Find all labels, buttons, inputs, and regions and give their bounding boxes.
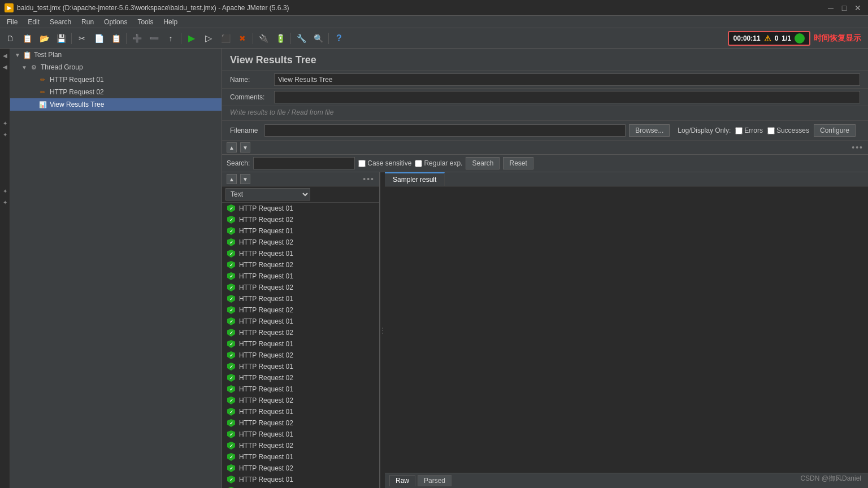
request-item[interactable]: ✓HTTP Request 01 (222, 203, 379, 214)
toolbar-remote-start-button[interactable]: 🔌 (255, 30, 271, 46)
request-item[interactable]: ✓HTTP Request 02 (222, 440, 379, 451)
request-item[interactable]: ✓HTTP Request 02 (222, 237, 379, 248)
request-item[interactable]: ✓HTTP Request 01 (222, 384, 379, 395)
reset-button[interactable]: Reset (503, 157, 533, 169)
toolbar-stop-button[interactable]: ⬛ (218, 30, 233, 46)
request-item[interactable]: ✓HTTP Request 02 (222, 485, 379, 488)
menu-file[interactable]: File (2, 17, 22, 27)
request-item[interactable]: ✓HTTP Request 02 (222, 214, 379, 225)
results-arrow2-up[interactable]: ▲ (227, 174, 237, 184)
name-input[interactable] (274, 73, 860, 86)
left-icon-1[interactable]: ◀ (1, 51, 10, 60)
errors-checkbox[interactable] (735, 127, 743, 134)
menu-tools[interactable]: Tools (133, 17, 158, 27)
request-item[interactable]: ✓HTTP Request 01 (222, 406, 379, 417)
request-item[interactable]: ✓HTTP Request 01 (222, 316, 379, 327)
search-button[interactable]: Search (466, 157, 500, 169)
successes-checkbox-label[interactable]: Successes (767, 127, 809, 134)
minimize-button[interactable]: ─ (825, 3, 836, 13)
results-options-2[interactable]: ••• (363, 175, 375, 184)
title-bar-title: baidu_test.jmx (D:\apache-jmeter-5.6.3\w… (17, 4, 289, 12)
sidebar-item-httpreq02[interactable]: ▼ ✏ HTTP Request 02 (10, 86, 222, 98)
sidebar-item-viewresults[interactable]: ▼ 📊 View Results Tree (10, 98, 222, 111)
request-item[interactable]: ✓HTTP Request 02 (222, 372, 379, 384)
toolbar-search-button[interactable]: 🔍 (310, 30, 326, 46)
text-format-dropdown[interactable]: Text RegExp Tester CSS Selector XPath Te… (225, 188, 310, 201)
request-item[interactable]: ✓HTTP Request 01 (222, 225, 379, 237)
request-item[interactable]: ✓HTTP Request 02 (222, 395, 379, 406)
request-item[interactable]: ✓HTTP Request 01 (222, 271, 379, 282)
sampler-result-tab[interactable]: Sampler result (385, 172, 445, 186)
left-icon-6[interactable]: ✦ (1, 198, 10, 207)
menu-options[interactable]: Options (99, 17, 132, 27)
toolbar-add-button[interactable]: ➕ (129, 30, 145, 46)
toolbar-paste-button[interactable]: 📋 (108, 30, 124, 46)
toolbar-move-up-button[interactable]: ↑ (163, 30, 179, 46)
results-options-1[interactable]: ••• (852, 143, 863, 152)
request-item[interactable]: ✓HTTP Request 02 (222, 417, 379, 429)
results-arrow-down[interactable]: ▼ (240, 142, 250, 152)
request-item[interactable]: ✓HTTP Request 02 (222, 327, 379, 338)
errors-checkbox-label[interactable]: Errors (735, 127, 763, 134)
toolbar-shutdown-button[interactable]: ✖ (235, 30, 250, 46)
request-item[interactable]: ✓HTTP Request 01 (222, 361, 379, 372)
regular-exp-label[interactable]: Regular exp. (415, 159, 462, 167)
menu-edit[interactable]: Edit (23, 17, 44, 27)
request-item[interactable]: ✓HTTP Request 01 (222, 429, 379, 440)
success-icon: ✓ (227, 407, 236, 416)
left-icon-3[interactable]: ✦ (1, 119, 10, 128)
request-item[interactable]: ✓HTTP Request 01 (222, 338, 379, 350)
toolbar-remote-stop-button[interactable]: 🔋 (272, 30, 288, 46)
menu-bar: File Edit Search Run Options Tools Help (0, 16, 868, 28)
parsed-tab[interactable]: Parsed (418, 475, 452, 486)
browse-button[interactable]: Browse... (629, 124, 670, 137)
filename-input[interactable] (264, 124, 626, 137)
sidebar-item-threadgroup[interactable]: ▼ ⚙ Thread Group (10, 61, 222, 73)
close-button[interactable]: ✕ (852, 3, 863, 13)
request-item[interactable]: ✓HTTP Request 02 (222, 282, 379, 293)
search-input[interactable] (253, 157, 355, 169)
regular-exp-checkbox[interactable] (415, 160, 422, 167)
toolbar-open-button[interactable]: 📂 (36, 30, 52, 46)
request-item[interactable]: ✓HTTP Request 02 (222, 304, 379, 316)
menu-run[interactable]: Run (77, 17, 98, 27)
sidebar-item-testplan[interactable]: ▼ 📋 Test Plan (10, 49, 222, 61)
menu-search[interactable]: Search (45, 17, 76, 27)
raw-tab[interactable]: Raw (389, 475, 415, 486)
request-item[interactable]: ✓HTTP Request 01 (222, 248, 379, 259)
toolbar-cut-button[interactable]: ✂ (74, 30, 90, 46)
menu-help[interactable]: Help (159, 17, 182, 27)
configure-button[interactable]: Configure (814, 124, 856, 137)
left-icon-5[interactable]: ✦ (1, 186, 10, 195)
case-sensitive-checkbox[interactable] (358, 160, 366, 167)
title-bar-controls[interactable]: ─ □ ✕ (825, 3, 863, 13)
case-sensitive-label[interactable]: Case sensitive (358, 159, 411, 167)
toolbar-help-button[interactable]: ? (331, 30, 347, 46)
comments-input[interactable] (274, 91, 860, 103)
request-item[interactable]: ✓HTTP Request 01 (222, 451, 379, 463)
maximize-button[interactable]: □ (839, 3, 850, 13)
toolbar-start-button[interactable]: ▶ (184, 30, 199, 46)
successes-checkbox[interactable] (767, 127, 775, 134)
request-item[interactable]: ✓HTTP Request 01 (222, 293, 379, 304)
toolbar-function-button[interactable]: 🔧 (293, 30, 309, 46)
toolbar-start-nopause-button[interactable]: ▷ (201, 30, 216, 46)
sidebar-item-httpreq01[interactable]: ▼ ✏ HTTP Request 01 (10, 73, 222, 86)
toolbar-remove-button[interactable]: ➖ (146, 30, 162, 46)
toolbar-save-button[interactable]: 💾 (53, 30, 69, 46)
request-item[interactable]: ✓HTTP Request 01 (222, 474, 379, 485)
results-arrow2-down[interactable]: ▼ (240, 174, 250, 184)
left-icon-4[interactable]: ✦ (1, 130, 10, 139)
toolbar-copy-button[interactable]: 📄 (91, 30, 107, 46)
request-item[interactable]: ✓HTTP Request 02 (222, 259, 379, 271)
request-item-label: HTTP Request 02 (239, 442, 293, 450)
toolbar-new-button[interactable]: 🗋 (2, 30, 18, 46)
toolbar-templates-button[interactable]: 📋 (19, 30, 35, 46)
request-item[interactable]: ✓HTTP Request 02 (222, 350, 379, 361)
vertical-drag-handle[interactable] (380, 172, 385, 488)
timer-value: 00:00:11 (734, 34, 761, 42)
request-item[interactable]: ✓HTTP Request 02 (222, 463, 379, 474)
success-icon: ✓ (227, 215, 236, 224)
results-arrow-up[interactable]: ▲ (227, 142, 237, 152)
left-icon-2[interactable]: ◀ (1, 62, 10, 71)
